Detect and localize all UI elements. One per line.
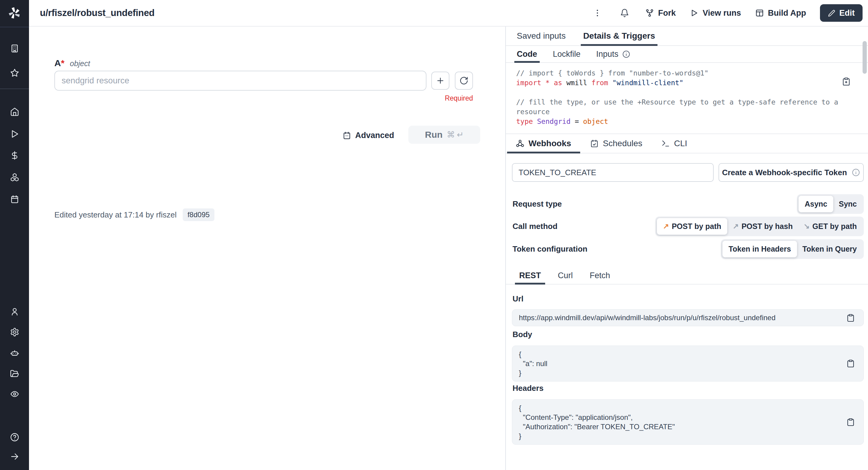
create-webhook-token-button[interactable]: Create a Webhook-specific Token bbox=[718, 163, 864, 182]
active-snippet-tab-underline bbox=[515, 283, 545, 285]
more-menu-button[interactable] bbox=[591, 6, 604, 20]
code-subtabs: Code Lockfile Inputs bbox=[506, 46, 868, 63]
copy-body-button[interactable] bbox=[845, 358, 856, 369]
active-trigger-tab-underline bbox=[507, 152, 580, 153]
help-circle-icon bbox=[10, 433, 19, 442]
option-label: GET by path bbox=[812, 222, 857, 231]
sidebar-item-favorites[interactable] bbox=[7, 66, 22, 80]
sidebar-item-workers[interactable] bbox=[7, 346, 22, 360]
token-configuration-toggle: Token in Headers Token in Query bbox=[721, 239, 864, 259]
token-configuration-label: Token configuration bbox=[513, 244, 587, 254]
token-input[interactable] bbox=[512, 163, 714, 182]
request-type-option-async[interactable]: Async bbox=[799, 196, 833, 212]
version-hash-badge[interactable]: f8d095 bbox=[183, 209, 214, 221]
sidebar bbox=[0, 0, 29, 470]
arrow-right-icon bbox=[10, 452, 19, 461]
tab-schedules[interactable]: Schedules bbox=[589, 134, 644, 153]
subtab-inputs-label: Inputs bbox=[596, 50, 619, 59]
sidebar-item-settings[interactable] bbox=[7, 325, 22, 339]
code-content: // import { toWords } from "number-to-wo… bbox=[516, 68, 835, 126]
argument-name: A bbox=[54, 58, 61, 68]
copy-headers-button[interactable] bbox=[845, 416, 856, 428]
boxes-icon bbox=[10, 173, 19, 182]
sidebar-item-users[interactable] bbox=[7, 305, 22, 318]
token-config-option-headers[interactable]: Token in Headers bbox=[722, 241, 797, 257]
advanced-button-label: Advanced bbox=[355, 131, 394, 140]
bot-icon bbox=[10, 348, 19, 357]
tab-details-triggers[interactable]: Details & Triggers bbox=[583, 27, 655, 45]
panel-scrollbar[interactable] bbox=[863, 41, 867, 74]
option-label: Async bbox=[805, 200, 827, 209]
tab-curl[interactable]: Curl bbox=[558, 267, 573, 284]
resource-input[interactable] bbox=[54, 71, 427, 91]
sidebar-item-folders[interactable] bbox=[7, 366, 22, 380]
option-label: Token in Query bbox=[803, 245, 857, 253]
arrow-up-right-icon: ↗ bbox=[663, 222, 669, 230]
page-title: u/rfiszel/robust_undefined bbox=[40, 7, 155, 19]
sidebar-item-help[interactable] bbox=[7, 430, 22, 444]
tab-details-triggers-label: Details & Triggers bbox=[583, 31, 655, 41]
tab-fetch[interactable]: Fetch bbox=[590, 267, 610, 284]
details-panel: Saved inputs Details & Triggers Code Loc… bbox=[505, 27, 868, 470]
webhook-body-box[interactable]: { "a": null} bbox=[512, 346, 864, 381]
home-icon bbox=[10, 107, 19, 116]
top-header: u/rfiszel/robust_undefined Fork bbox=[29, 0, 868, 27]
run-button[interactable]: Run ⌘ ↵ bbox=[408, 126, 480, 144]
edited-text: Edited yesterday at 17:14 by rfiszel bbox=[54, 210, 177, 220]
call-method-option-get-by-path[interactable]: ↘ GET by path bbox=[798, 219, 862, 234]
sidebar-item-home[interactable] bbox=[7, 104, 22, 118]
build-app-button[interactable]: Build App bbox=[755, 8, 806, 18]
webhook-url-box[interactable]: https://app.windmill.dev/api/w/windmill-… bbox=[512, 309, 864, 326]
webhook-token-row: Create a Webhook-specific Token bbox=[512, 163, 864, 183]
windmill-logo[interactable] bbox=[7, 6, 22, 21]
tab-webhooks[interactable]: Webhooks bbox=[514, 134, 572, 153]
arrow-down-right-icon: ↘ bbox=[804, 222, 810, 230]
view-runs-button[interactable]: View runs bbox=[689, 8, 741, 18]
request-type-option-sync[interactable]: Sync bbox=[833, 196, 862, 212]
tab-rest-label: REST bbox=[519, 271, 541, 280]
sidebar-item-audit-logs[interactable] bbox=[7, 387, 22, 401]
sidebar-item-schedules[interactable] bbox=[7, 192, 22, 206]
edit-button[interactable]: Edit bbox=[820, 4, 863, 22]
subtab-inputs[interactable]: Inputs bbox=[596, 46, 630, 62]
sidebar-item-runs[interactable] bbox=[7, 127, 22, 141]
tab-cli[interactable]: CLI bbox=[660, 134, 689, 153]
webhook-url-value: https://app.windmill.dev/api/w/windmill-… bbox=[519, 314, 776, 322]
add-resource-button[interactable] bbox=[431, 71, 450, 90]
clipboard-icon bbox=[846, 359, 855, 368]
copy-code-button[interactable] bbox=[840, 75, 852, 88]
sidebar-item-resources[interactable] bbox=[7, 170, 22, 184]
webhook-icon bbox=[516, 139, 525, 148]
call-method-option-post-by-hash[interactable]: ↗ POST by hash bbox=[727, 219, 798, 234]
fork-button-label: Fork bbox=[658, 8, 676, 18]
subtab-code[interactable]: Code bbox=[517, 46, 537, 62]
refresh-resource-button[interactable] bbox=[455, 71, 473, 90]
user-icon bbox=[10, 307, 19, 316]
layout-panel-icon bbox=[755, 8, 764, 18]
required-asterisk: * bbox=[61, 58, 65, 68]
folder-open-icon bbox=[10, 369, 19, 378]
option-label: Token in Headers bbox=[728, 245, 791, 253]
tab-rest[interactable]: REST bbox=[519, 267, 541, 284]
dollar-icon bbox=[10, 151, 19, 160]
webhook-headers-box[interactable]: { "Content-Type": "application/json", "A… bbox=[512, 399, 864, 445]
request-type-toggle: Async Sync bbox=[797, 194, 864, 214]
sidebar-item-workspace[interactable] bbox=[7, 41, 22, 55]
pencil-icon bbox=[828, 9, 835, 17]
webhook-body-content: { "a": null} bbox=[519, 349, 836, 378]
token-config-option-query[interactable]: Token in Query bbox=[797, 241, 862, 257]
copy-url-button[interactable] bbox=[845, 312, 856, 323]
token-configuration-row: Token configuration Token in Headers Tok… bbox=[513, 238, 864, 259]
notifications-button[interactable] bbox=[618, 6, 631, 20]
fork-button[interactable]: Fork bbox=[645, 8, 676, 18]
advanced-button[interactable]: Advanced bbox=[342, 127, 394, 144]
call-method-option-post-by-path[interactable]: ↗ POST by path bbox=[657, 218, 727, 235]
sidebar-collapse-toggle[interactable] bbox=[7, 449, 22, 463]
subtab-lockfile[interactable]: Lockfile bbox=[553, 46, 581, 62]
tab-cli-label: CLI bbox=[674, 139, 687, 148]
tab-saved-inputs[interactable]: Saved inputs bbox=[517, 27, 566, 45]
body-section-label: Body bbox=[513, 330, 532, 339]
subtab-code-label: Code bbox=[517, 50, 537, 59]
code-viewer[interactable]: // import { toWords } from "number-to-wo… bbox=[506, 63, 868, 134]
sidebar-item-variables[interactable] bbox=[7, 148, 22, 162]
